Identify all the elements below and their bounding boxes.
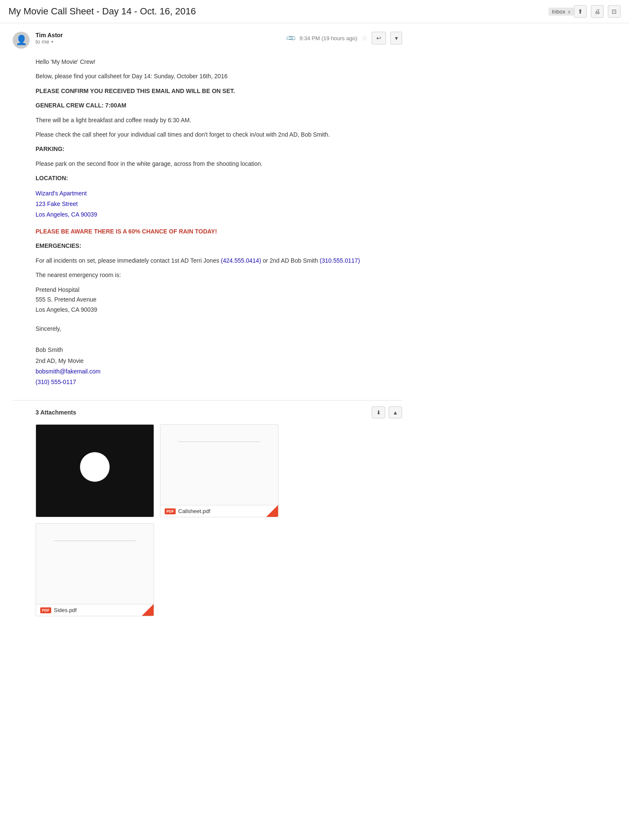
download-all-button[interactable]: ⬇ xyxy=(372,406,385,418)
rain-warning: PLEASE BE AWARE THERE IS A 60% CHANCE OF… xyxy=(36,227,402,236)
nearest-er-label: The nearest emergency room is: xyxy=(36,270,402,280)
signature-block: Sincerely, Bob Smith 2nd AD, My Movie bo… xyxy=(36,324,402,387)
archive-button[interactable]: ⬆ xyxy=(574,5,587,18)
sig-phone-link[interactable]: (310) 555-0117 xyxy=(36,379,76,385)
pdf-icon-callsheet: PDF xyxy=(165,508,176,514)
call-times-note: Please check the call sheet for your ind… xyxy=(36,130,402,139)
hospital-block: Pretend Hospital 555 S. Pretend Avenue L… xyxy=(36,285,402,315)
location-line2-link[interactable]: 123 Fake Street xyxy=(36,199,402,209)
pdf-footer-sides: PDF Sides.pdf xyxy=(36,604,154,616)
email-subject: My Movie Call Sheet - Day 14 - Oct. 16, … xyxy=(8,6,543,17)
sender-info: Tim Astor to me ▾ xyxy=(36,32,287,45)
confirm-notice: PLEASE CONFIRM YOU RECEIVED THIS EMAIL A… xyxy=(36,86,402,96)
hospital-address2: Los Angeles, CA 90039 xyxy=(36,305,402,315)
more-options-button[interactable]: ▾ xyxy=(390,32,402,44)
pdf-preview-sides xyxy=(36,524,154,602)
expand-icon: ⊡ xyxy=(612,8,617,15)
emergencies-text1: For all incidents on set, please immedia… xyxy=(36,257,221,264)
pdf-corner-callsheet xyxy=(266,505,278,517)
crew-call-label: GENERAL CREW CALL: 7:00AM xyxy=(36,101,402,110)
email-body: Hello 'My Movie' Crew! Below, please fin… xyxy=(13,57,402,387)
more-icon: ▾ xyxy=(395,35,398,41)
parking-label: PARKING: xyxy=(36,144,402,154)
attachment-thumb-callsheet[interactable]: PDF Callsheet.pdf xyxy=(160,424,279,517)
reply-icon: ↩ xyxy=(376,35,381,41)
sig-email-link[interactable]: bobsmith@fakemail.com xyxy=(36,368,101,375)
sender-name: Tim Astor xyxy=(36,32,287,38)
location-line1-link[interactable]: Wizard's Apartment xyxy=(36,188,402,199)
archive-icon: ⬆ xyxy=(578,8,583,15)
pdf-line xyxy=(178,442,261,442)
intro-text: Below, please find your callsheet for Da… xyxy=(36,71,402,81)
drive-upload-button[interactable]: ▲ xyxy=(389,406,402,418)
header-actions: ⬆ 🖨 ⊡ xyxy=(574,5,621,18)
pdf-icon-sides: PDF xyxy=(40,607,51,613)
emergencies-paragraph: For all incidents on set, please immedia… xyxy=(36,256,402,265)
parking-note: Please park on the second floor in the w… xyxy=(36,159,402,168)
phone2-link[interactable]: (310.555.0117) xyxy=(320,257,360,264)
pdf-footer-callsheet: PDF Callsheet.pdf xyxy=(160,505,278,517)
inbox-label: Inbox xyxy=(552,8,566,15)
pdf-preview-callsheet xyxy=(160,425,278,503)
sincerely: Sincerely, xyxy=(36,324,402,334)
attachments-header: 3 Attachments ⬇ ▲ xyxy=(36,406,402,418)
attachment-thumb-sides[interactable]: PDF Sides.pdf xyxy=(36,523,154,616)
attachments-title: 3 Attachments xyxy=(36,409,372,416)
thumb-circle-outer xyxy=(57,429,133,505)
reply-button[interactable]: ↩ xyxy=(372,32,386,44)
attachment-clip-icon: 📎 xyxy=(285,32,297,44)
location-label: LOCATION: xyxy=(36,173,402,183)
greeting: Hello 'My Movie' Crew! xyxy=(36,57,402,66)
star-icon[interactable]: ☆ xyxy=(361,34,367,42)
sender-to: to me ▾ xyxy=(36,38,287,45)
sig-title: 2nd AD, My Movie xyxy=(36,356,402,366)
pdf-line-sides xyxy=(54,541,136,541)
expand-button[interactable]: ⊡ xyxy=(608,5,621,18)
download-icon: ⬇ xyxy=(376,409,381,416)
avatar: 👤 xyxy=(13,32,30,49)
phone1-link[interactable]: (424.555.0414) xyxy=(221,257,261,264)
inbox-badge[interactable]: Inbox x xyxy=(549,8,574,16)
attachment-thumb-image[interactable] xyxy=(36,424,154,517)
emergencies-label: EMERGENCIES: xyxy=(36,241,402,250)
sender-row: 👤 Tim Astor to me ▾ 📎 9:34 PM (19 hours … xyxy=(13,32,402,49)
email-header-bar: My Movie Call Sheet - Day 14 - Oct. 16, … xyxy=(0,0,629,23)
email-meta: 📎 9:34 PM (19 hours ago) ☆ ↩ ▾ xyxy=(287,32,402,44)
drive-icon: ▲ xyxy=(393,409,398,416)
location-block: Wizard's Apartment 123 Fake Street Los A… xyxy=(36,188,402,220)
attachments-grid: PDF Callsheet.pdf PDF Sides.pdf xyxy=(36,424,402,616)
hospital-address1: 555 S. Pretend Avenue xyxy=(36,295,402,305)
print-button[interactable]: 🖨 xyxy=(591,5,604,18)
thumb-circle-inner xyxy=(80,452,110,482)
location-line3-link[interactable]: Los Angeles, CA 90039 xyxy=(36,209,402,220)
to-dropdown-icon[interactable]: ▾ xyxy=(51,39,53,44)
callsheet-filename: Callsheet.pdf xyxy=(178,508,210,514)
attachment-header-icons: ⬇ ▲ xyxy=(372,406,402,418)
print-icon: 🖨 xyxy=(594,8,600,15)
hospital-name: Pretend Hospital xyxy=(36,285,402,295)
attachments-section: 3 Attachments ⬇ ▲ xyxy=(13,400,402,616)
timestamp: 9:34 PM (19 hours ago) xyxy=(299,35,357,41)
close-badge-button[interactable]: x xyxy=(568,8,571,15)
sig-name: Bob Smith xyxy=(36,345,402,355)
emergencies-text2: or 2nd AD Bob Smith xyxy=(261,257,320,264)
sides-filename: Sides.pdf xyxy=(54,607,77,613)
email-container: 👤 Tim Astor to me ▾ 📎 9:34 PM (19 hours … xyxy=(0,23,415,625)
pdf-corner-sides xyxy=(142,604,154,616)
breakfast-note: There will be a light breakfast and coff… xyxy=(36,115,402,125)
avatar-icon: 👤 xyxy=(16,35,27,46)
to-label: to me xyxy=(36,38,50,45)
